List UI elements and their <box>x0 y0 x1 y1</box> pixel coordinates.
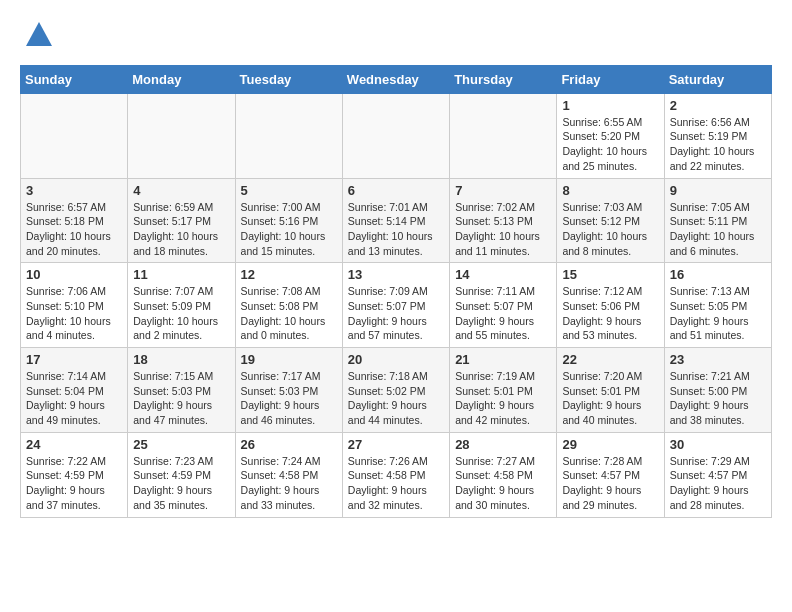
day-info: Sunrise: 7:07 AM Sunset: 5:09 PM Dayligh… <box>133 284 229 343</box>
day-info: Sunrise: 7:17 AM Sunset: 5:03 PM Dayligh… <box>241 369 337 428</box>
day-number: 11 <box>133 267 229 282</box>
calendar-cell: 6Sunrise: 7:01 AM Sunset: 5:14 PM Daylig… <box>342 178 449 263</box>
calendar-cell <box>450 93 557 178</box>
day-info: Sunrise: 7:08 AM Sunset: 5:08 PM Dayligh… <box>241 284 337 343</box>
day-info: Sunrise: 7:20 AM Sunset: 5:01 PM Dayligh… <box>562 369 658 428</box>
calendar-cell: 14Sunrise: 7:11 AM Sunset: 5:07 PM Dayli… <box>450 263 557 348</box>
calendar-cell: 27Sunrise: 7:26 AM Sunset: 4:58 PM Dayli… <box>342 432 449 517</box>
calendar-header-row: SundayMondayTuesdayWednesdayThursdayFrid… <box>21 65 772 93</box>
calendar-cell <box>235 93 342 178</box>
calendar-cell: 30Sunrise: 7:29 AM Sunset: 4:57 PM Dayli… <box>664 432 771 517</box>
calendar-cell: 22Sunrise: 7:20 AM Sunset: 5:01 PM Dayli… <box>557 348 664 433</box>
day-number: 22 <box>562 352 658 367</box>
calendar-cell: 24Sunrise: 7:22 AM Sunset: 4:59 PM Dayli… <box>21 432 128 517</box>
day-info: Sunrise: 7:01 AM Sunset: 5:14 PM Dayligh… <box>348 200 444 259</box>
day-number: 19 <box>241 352 337 367</box>
day-info: Sunrise: 6:57 AM Sunset: 5:18 PM Dayligh… <box>26 200 122 259</box>
calendar-cell: 19Sunrise: 7:17 AM Sunset: 5:03 PM Dayli… <box>235 348 342 433</box>
day-number: 18 <box>133 352 229 367</box>
day-info: Sunrise: 6:59 AM Sunset: 5:17 PM Dayligh… <box>133 200 229 259</box>
calendar-cell: 28Sunrise: 7:27 AM Sunset: 4:58 PM Dayli… <box>450 432 557 517</box>
weekday-header: Sunday <box>21 65 128 93</box>
calendar-cell: 1Sunrise: 6:55 AM Sunset: 5:20 PM Daylig… <box>557 93 664 178</box>
calendar-cell: 29Sunrise: 7:28 AM Sunset: 4:57 PM Dayli… <box>557 432 664 517</box>
day-number: 3 <box>26 183 122 198</box>
day-number: 17 <box>26 352 122 367</box>
day-number: 6 <box>348 183 444 198</box>
calendar-cell <box>128 93 235 178</box>
day-info: Sunrise: 7:15 AM Sunset: 5:03 PM Dayligh… <box>133 369 229 428</box>
day-info: Sunrise: 7:26 AM Sunset: 4:58 PM Dayligh… <box>348 454 444 513</box>
calendar-cell: 8Sunrise: 7:03 AM Sunset: 5:12 PM Daylig… <box>557 178 664 263</box>
calendar-cell: 16Sunrise: 7:13 AM Sunset: 5:05 PM Dayli… <box>664 263 771 348</box>
calendar-cell: 5Sunrise: 7:00 AM Sunset: 5:16 PM Daylig… <box>235 178 342 263</box>
day-number: 1 <box>562 98 658 113</box>
svg-marker-0 <box>26 22 52 46</box>
day-info: Sunrise: 7:12 AM Sunset: 5:06 PM Dayligh… <box>562 284 658 343</box>
day-number: 30 <box>670 437 766 452</box>
day-info: Sunrise: 7:14 AM Sunset: 5:04 PM Dayligh… <box>26 369 122 428</box>
calendar-cell: 25Sunrise: 7:23 AM Sunset: 4:59 PM Dayli… <box>128 432 235 517</box>
day-info: Sunrise: 7:21 AM Sunset: 5:00 PM Dayligh… <box>670 369 766 428</box>
weekday-header: Monday <box>128 65 235 93</box>
calendar-cell: 15Sunrise: 7:12 AM Sunset: 5:06 PM Dayli… <box>557 263 664 348</box>
day-number: 15 <box>562 267 658 282</box>
day-info: Sunrise: 7:22 AM Sunset: 4:59 PM Dayligh… <box>26 454 122 513</box>
day-number: 26 <box>241 437 337 452</box>
day-number: 24 <box>26 437 122 452</box>
calendar-week-row: 24Sunrise: 7:22 AM Sunset: 4:59 PM Dayli… <box>21 432 772 517</box>
calendar-cell: 17Sunrise: 7:14 AM Sunset: 5:04 PM Dayli… <box>21 348 128 433</box>
calendar-cell <box>21 93 128 178</box>
day-info: Sunrise: 7:06 AM Sunset: 5:10 PM Dayligh… <box>26 284 122 343</box>
day-number: 12 <box>241 267 337 282</box>
day-info: Sunrise: 7:29 AM Sunset: 4:57 PM Dayligh… <box>670 454 766 513</box>
day-number: 29 <box>562 437 658 452</box>
day-info: Sunrise: 7:03 AM Sunset: 5:12 PM Dayligh… <box>562 200 658 259</box>
calendar-cell: 2Sunrise: 6:56 AM Sunset: 5:19 PM Daylig… <box>664 93 771 178</box>
day-number: 23 <box>670 352 766 367</box>
day-number: 13 <box>348 267 444 282</box>
calendar-cell: 21Sunrise: 7:19 AM Sunset: 5:01 PM Dayli… <box>450 348 557 433</box>
day-info: Sunrise: 6:56 AM Sunset: 5:19 PM Dayligh… <box>670 115 766 174</box>
calendar-cell: 10Sunrise: 7:06 AM Sunset: 5:10 PM Dayli… <box>21 263 128 348</box>
day-info: Sunrise: 7:28 AM Sunset: 4:57 PM Dayligh… <box>562 454 658 513</box>
logo-icon <box>24 20 54 50</box>
calendar-cell: 11Sunrise: 7:07 AM Sunset: 5:09 PM Dayli… <box>128 263 235 348</box>
day-number: 16 <box>670 267 766 282</box>
day-number: 28 <box>455 437 551 452</box>
day-number: 8 <box>562 183 658 198</box>
day-info: Sunrise: 7:19 AM Sunset: 5:01 PM Dayligh… <box>455 369 551 428</box>
weekday-header: Friday <box>557 65 664 93</box>
day-info: Sunrise: 7:05 AM Sunset: 5:11 PM Dayligh… <box>670 200 766 259</box>
day-number: 10 <box>26 267 122 282</box>
calendar-table: SundayMondayTuesdayWednesdayThursdayFrid… <box>20 65 772 518</box>
day-number: 9 <box>670 183 766 198</box>
day-info: Sunrise: 7:23 AM Sunset: 4:59 PM Dayligh… <box>133 454 229 513</box>
day-info: Sunrise: 7:18 AM Sunset: 5:02 PM Dayligh… <box>348 369 444 428</box>
calendar-cell: 18Sunrise: 7:15 AM Sunset: 5:03 PM Dayli… <box>128 348 235 433</box>
day-info: Sunrise: 7:27 AM Sunset: 4:58 PM Dayligh… <box>455 454 551 513</box>
calendar-cell: 7Sunrise: 7:02 AM Sunset: 5:13 PM Daylig… <box>450 178 557 263</box>
weekday-header: Saturday <box>664 65 771 93</box>
calendar-cell: 3Sunrise: 6:57 AM Sunset: 5:18 PM Daylig… <box>21 178 128 263</box>
page-header <box>20 20 772 55</box>
day-info: Sunrise: 7:02 AM Sunset: 5:13 PM Dayligh… <box>455 200 551 259</box>
calendar-week-row: 1Sunrise: 6:55 AM Sunset: 5:20 PM Daylig… <box>21 93 772 178</box>
day-number: 5 <box>241 183 337 198</box>
calendar-week-row: 3Sunrise: 6:57 AM Sunset: 5:18 PM Daylig… <box>21 178 772 263</box>
day-number: 4 <box>133 183 229 198</box>
calendar-cell <box>342 93 449 178</box>
day-number: 21 <box>455 352 551 367</box>
calendar-cell: 26Sunrise: 7:24 AM Sunset: 4:58 PM Dayli… <box>235 432 342 517</box>
calendar-cell: 12Sunrise: 7:08 AM Sunset: 5:08 PM Dayli… <box>235 263 342 348</box>
day-info: Sunrise: 7:13 AM Sunset: 5:05 PM Dayligh… <box>670 284 766 343</box>
day-number: 14 <box>455 267 551 282</box>
calendar-week-row: 17Sunrise: 7:14 AM Sunset: 5:04 PM Dayli… <box>21 348 772 433</box>
logo-text <box>20 20 54 55</box>
calendar-cell: 20Sunrise: 7:18 AM Sunset: 5:02 PM Dayli… <box>342 348 449 433</box>
day-number: 20 <box>348 352 444 367</box>
day-number: 27 <box>348 437 444 452</box>
day-number: 7 <box>455 183 551 198</box>
day-info: Sunrise: 7:00 AM Sunset: 5:16 PM Dayligh… <box>241 200 337 259</box>
day-info: Sunrise: 7:24 AM Sunset: 4:58 PM Dayligh… <box>241 454 337 513</box>
